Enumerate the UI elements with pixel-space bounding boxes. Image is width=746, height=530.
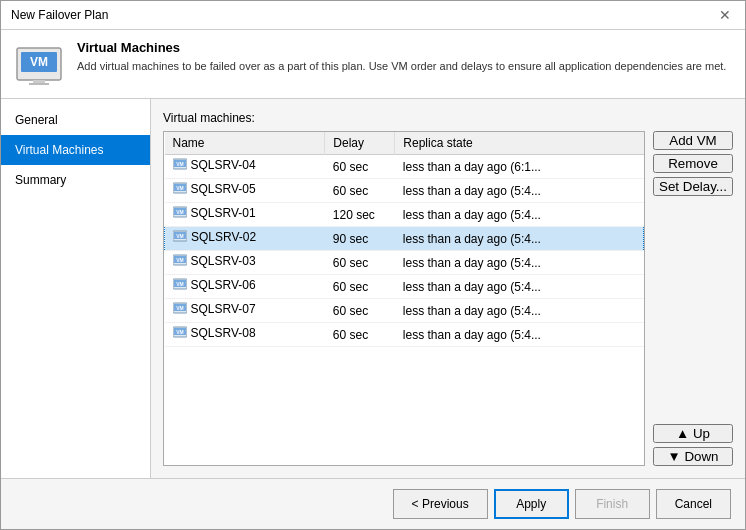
vm-name-cell: VM SQLSRV-05 [165,179,325,203]
vm-replica-state-cell: less than a day ago (5:4... [395,203,644,227]
top-buttons: Add VM Remove Set Delay... [653,131,733,196]
up-arrow-icon: ▲ [676,426,689,441]
svg-text:VM: VM [30,55,48,69]
vm-replica-state-cell: less than a day ago (6:1... [395,155,644,179]
header-text: Virtual Machines Add virtual machines to… [77,40,726,74]
sidebar-item-summary[interactable]: Summary [1,165,150,195]
vm-name-cell: VM SQLSRV-01 [165,203,325,227]
vm-row-icon: VM [173,206,187,220]
sidebar: General Virtual Machines Summary [1,99,151,478]
set-delay-button[interactable]: Set Delay... [653,177,733,196]
vm-row-icon: VM [173,326,187,340]
vm-replica-state-cell: less than a day ago (5:4... [395,179,644,203]
sidebar-item-general[interactable]: General [1,105,150,135]
table-row[interactable]: VM SQLSRV-07 60 secless than a day ago (… [165,299,644,323]
svg-text:VM: VM [176,281,184,287]
table-row[interactable]: VM SQLSRV-06 60 secless than a day ago (… [165,275,644,299]
vm-row-icon: VM [173,182,187,196]
table-row[interactable]: VM SQLSRV-08 60 secless than a day ago (… [165,323,644,347]
table-row[interactable]: VM SQLSRV-02 90 secless than a day ago (… [165,227,644,251]
dialog: New Failover Plan ✕ VM Virtual Machines … [0,0,746,530]
table-header-row: Name Delay Replica state [165,132,644,155]
vm-row-icon: VM [173,230,187,244]
section-label: Virtual machines: [163,111,733,125]
vm-delay-cell: 120 sec [325,203,395,227]
previous-button[interactable]: < Previous [393,489,488,519]
content-area: General Virtual Machines Summary Virtual… [1,99,745,478]
vm-row-icon: VM [173,278,187,292]
close-button[interactable]: ✕ [715,7,735,23]
vm-row-icon: VM [173,302,187,316]
main-area: Virtual machines: Name Delay Replica sta… [151,99,745,478]
vm-replica-state-cell: less than a day ago (5:4... [395,323,644,347]
svg-text:VM: VM [176,161,184,167]
apply-button[interactable]: Apply [494,489,569,519]
col-delay: Delay [325,132,395,155]
right-buttons-panel: Add VM Remove Set Delay... ▲ Up ▼ Down [653,131,733,466]
vm-row-icon: VM [173,158,187,172]
up-button[interactable]: ▲ Up [653,424,733,443]
sidebar-item-virtual-machines[interactable]: Virtual Machines [1,135,150,165]
table-row[interactable]: VM SQLSRV-03 60 secless than a day ago (… [165,251,644,275]
header-title: Virtual Machines [77,40,726,55]
table-row[interactable]: VM SQLSRV-04 60 secless than a day ago (… [165,155,644,179]
vm-row-icon: VM [173,254,187,268]
vm-panel: Name Delay Replica state VM SQLSRV-04 60… [163,131,733,466]
vm-delay-cell: 60 sec [325,323,395,347]
vm-name-cell: VM SQLSRV-08 [165,323,325,347]
footer: < Previous Apply Finish Cancel [1,478,745,529]
vm-delay-cell: 90 sec [325,227,395,251]
svg-text:VM: VM [176,209,184,215]
header-section: VM Virtual Machines Add virtual machines… [1,30,745,99]
vm-icon: VM [15,40,63,88]
vm-replica-state-cell: less than a day ago (5:4... [395,251,644,275]
vm-delay-cell: 60 sec [325,251,395,275]
down-button[interactable]: ▼ Down [653,447,733,466]
finish-button[interactable]: Finish [575,489,650,519]
vm-delay-cell: 60 sec [325,179,395,203]
col-name: Name [165,132,325,155]
vm-table: Name Delay Replica state VM SQLSRV-04 60… [164,132,644,347]
svg-rect-4 [29,83,49,85]
svg-text:VM: VM [176,305,184,311]
vm-name-cell: VM SQLSRV-07 [165,299,325,323]
svg-text:VM: VM [176,233,184,239]
vm-delay-cell: 60 sec [325,275,395,299]
vm-name-cell: VM SQLSRV-04 [165,155,325,179]
table-row[interactable]: VM SQLSRV-01 120 secless than a day ago … [165,203,644,227]
bottom-buttons: ▲ Up ▼ Down [653,424,733,466]
table-row[interactable]: VM SQLSRV-05 60 secless than a day ago (… [165,179,644,203]
header-description: Add virtual machines to be failed over a… [77,59,726,74]
remove-button[interactable]: Remove [653,154,733,173]
add-vm-button[interactable]: Add VM [653,131,733,150]
vm-table-container[interactable]: Name Delay Replica state VM SQLSRV-04 60… [163,131,645,466]
svg-rect-3 [33,80,45,83]
vm-name-cell: VM SQLSRV-02 [165,227,325,251]
vm-replica-state-cell: less than a day ago (5:4... [395,299,644,323]
title-bar: New Failover Plan ✕ [1,1,745,30]
vm-replica-state-cell: less than a day ago (5:4... [395,227,644,251]
svg-text:VM: VM [176,185,184,191]
vm-name-cell: VM SQLSRV-03 [165,251,325,275]
vm-replica-state-cell: less than a day ago (5:4... [395,275,644,299]
svg-text:VM: VM [176,257,184,263]
cancel-button[interactable]: Cancel [656,489,731,519]
svg-text:VM: VM [176,329,184,335]
col-replica-state: Replica state [395,132,644,155]
vm-delay-cell: 60 sec [325,155,395,179]
down-arrow-icon: ▼ [668,449,681,464]
vm-delay-cell: 60 sec [325,299,395,323]
vm-name-cell: VM SQLSRV-06 [165,275,325,299]
dialog-title: New Failover Plan [11,8,108,22]
